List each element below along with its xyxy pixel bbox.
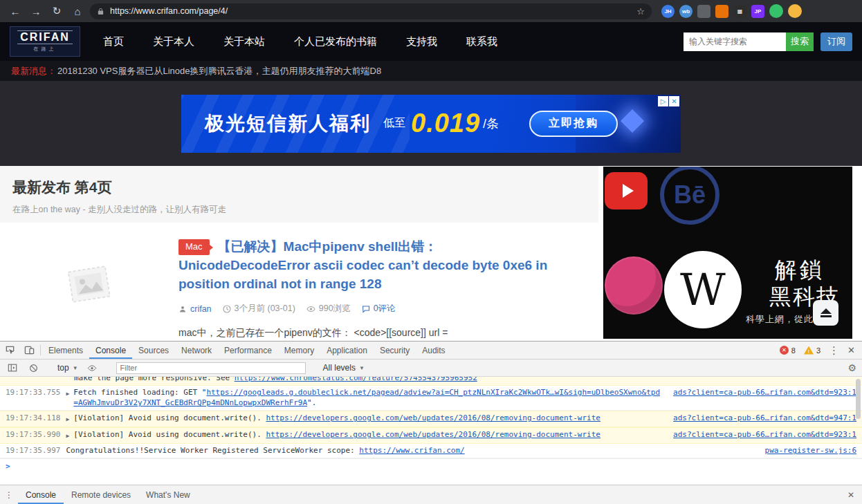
console-filter-input[interactable]: [116, 362, 306, 374]
forward-icon[interactable]: →: [28, 6, 44, 17]
news-ticker: 最新消息： 20181230 VPS服务器已从Linode换到腾讯云香港，主题仍…: [0, 61, 862, 81]
drawer-tab-whats-new[interactable]: What's New: [138, 485, 198, 504]
devtools-close-icon[interactable]: ✕: [847, 345, 855, 355]
site-header: CRIFAN 在路上 首页 关于本人 关于本站 个人已发布的书籍 支持我 联系我…: [0, 22, 862, 61]
console-messages[interactable]: make the page more responsive. See https…: [0, 377, 862, 485]
console-row-violation-2[interactable]: 19:17:35.990 ▶ [Violation] Avoid using d…: [0, 427, 862, 444]
warning-badge[interactable]: !3: [804, 346, 820, 355]
youtube-icon: [605, 172, 648, 209]
header-right: 搜索 订阅: [684, 32, 852, 51]
drawer-tab-remote-devices[interactable]: Remote devices: [64, 485, 138, 504]
extension-icon-orange[interactable]: [715, 5, 728, 18]
ad-close-icon[interactable]: ✕: [669, 96, 679, 106]
page-subtitle: 在路上on the way - 走别人没走过的路，让别人有路可走: [12, 204, 598, 216]
nav-item-home[interactable]: 首页: [89, 22, 138, 61]
category-badge[interactable]: Mac: [178, 239, 210, 255]
console-row-partial[interactable]: make the page more responsive. See https…: [0, 377, 862, 386]
content-left-column: 最新发布 第4页 在路上on the way - 走别人没走过的路，让别人有路可…: [0, 166, 598, 341]
extension-icon-gray[interactable]: [697, 5, 710, 18]
article-title-link[interactable]: 【已解决】Mac中pipenv shell出错：UnicodeDecodeErr…: [178, 239, 547, 291]
ad-cta-button[interactable]: 立即抢购: [529, 111, 618, 137]
extension-icon-green[interactable]: [769, 4, 783, 18]
nav-item-about-me[interactable]: 关于本人: [138, 22, 209, 61]
console-link[interactable]: https://developers.google.com/web/update…: [266, 430, 600, 439]
expand-arrow-icon[interactable]: ▶: [66, 413, 69, 424]
url-bar[interactable]: https://www.crifan.com/page/4/ ☆: [90, 3, 652, 19]
back-icon[interactable]: ←: [7, 6, 24, 17]
profile-avatar[interactable]: [788, 4, 802, 18]
extension-icon-jp[interactable]: JP: [751, 5, 764, 18]
search-button[interactable]: 搜索: [786, 32, 814, 51]
source-link[interactable]: pwa-register-sw.js:6: [765, 445, 856, 456]
article-body: Mac【已解决】Mac中pipenv shell出错：UnicodeDecode…: [178, 238, 576, 341]
ad-price-prefix: 低至: [383, 116, 405, 131]
site-logo-subtext: 在路上: [34, 46, 57, 53]
nav-item-about-site[interactable]: 关于本站: [209, 22, 279, 61]
nav-item-support[interactable]: 支持我: [392, 22, 452, 61]
tab-audits[interactable]: Audits: [416, 342, 451, 359]
drawer-menu-icon[interactable]: ⋮: [0, 485, 18, 504]
console-row-violation-1[interactable]: 19:17:34.118 ▶ [Violation] Avoid using d…: [0, 411, 862, 427]
extension-icon-wb[interactable]: wb: [679, 5, 693, 18]
extension-icon-qr[interactable]: ▦: [733, 5, 746, 18]
devtools-menu-icon[interactable]: ⋮: [829, 344, 839, 357]
clear-console-icon[interactable]: [26, 364, 40, 373]
console-sidebar-icon[interactable]: [6, 363, 19, 373]
frame-context-select[interactable]: top▼: [57, 363, 78, 373]
console-link[interactable]: https://www.crifan.com/: [359, 446, 464, 455]
source-link[interactable]: ads?client=ca-pub-66…rifan.com&dtd=947:1: [673, 413, 856, 423]
news-text[interactable]: 20181230 VPS服务器已从Linode换到腾讯云香港，主题仍用朋友推荐的…: [57, 65, 381, 77]
console-message-text: Fetch finished loading: GET ": [73, 388, 206, 397]
tab-security[interactable]: Security: [374, 342, 416, 359]
device-toolbar-icon[interactable]: [19, 342, 39, 359]
source-link[interactable]: ads?client=ca-pub-66…rifan.com&dtd=923:1: [673, 429, 856, 440]
live-expression-eye-icon[interactable]: [85, 364, 99, 373]
bookmark-star-icon[interactable]: ☆: [636, 6, 645, 17]
tab-elements[interactable]: Elements: [42, 342, 89, 359]
drawer-tab-console[interactable]: Console: [18, 485, 64, 504]
tab-console[interactable]: Console: [89, 342, 132, 359]
source-link[interactable]: ads?client=ca-pub-66…rifan.com&dtd=923:1: [673, 387, 856, 398]
ad-title: 极光短信新人福利: [205, 111, 371, 137]
tab-application[interactable]: Application: [320, 342, 374, 359]
author-link[interactable]: crifan: [190, 304, 212, 314]
comments-item: 0评论: [362, 303, 396, 315]
error-badge[interactable]: ✕8: [780, 346, 796, 355]
promo-image[interactable]: Bē W 解鎖 黑科技 科學上網，從此: [603, 167, 852, 339]
tab-performance[interactable]: Performance: [218, 342, 278, 359]
adchoices-icon[interactable]: ▷: [658, 96, 668, 106]
ad-price: 0.019: [411, 109, 480, 138]
tab-memory[interactable]: Memory: [278, 342, 320, 359]
main-nav: 首页 关于本人 关于本站 个人已发布的书籍 支持我 联系我: [89, 22, 512, 61]
console-message-text: make the page more responsive. See: [74, 377, 235, 382]
url-text[interactable]: https://www.crifan.com/page/4/: [110, 6, 631, 16]
article-title: Mac【已解决】Mac中pipenv shell出错：UnicodeDecode…: [178, 238, 565, 293]
article-thumb-column: [0, 238, 178, 341]
site-logo[interactable]: CRIFAN 在路上: [10, 26, 80, 57]
devtools-panel: Elements Console Sources Network Perform…: [0, 341, 862, 504]
tab-sources[interactable]: Sources: [132, 342, 175, 359]
console-settings-gear-icon[interactable]: ⚙: [847, 362, 856, 373]
nav-item-contact[interactable]: 联系我: [452, 22, 512, 61]
tab-network[interactable]: Network: [175, 342, 218, 359]
error-icon: ✕: [780, 346, 789, 355]
drawer-close-icon[interactable]: ✕: [840, 485, 862, 504]
nav-item-books[interactable]: 个人已发布的书籍: [279, 22, 392, 61]
ad-banner[interactable]: 极光短信新人福利 低至 0.019 /条 立即抢购 ▷ ✕: [181, 95, 681, 153]
log-levels-select[interactable]: All levels▼: [323, 363, 365, 373]
inspect-element-icon[interactable]: [0, 342, 19, 359]
expand-arrow-icon[interactable]: ▶: [66, 429, 69, 441]
article-comments-link[interactable]: 0评论: [374, 303, 396, 315]
console-row-fetch[interactable]: 19:17:33.755 ▶ Fetch finished loading: G…: [0, 386, 862, 411]
reload-icon[interactable]: ↻: [48, 5, 65, 17]
console-link[interactable]: https://www.chromestatus.com/feature/574…: [235, 377, 477, 382]
search-input[interactable]: [684, 32, 786, 51]
console-scrollbar[interactable]: [856, 379, 861, 419]
console-row-serviceworker[interactable]: 19:17:35.997 Congratulations!!Service Wo…: [0, 444, 862, 458]
extension-icon-jh[interactable]: JH: [661, 5, 675, 18]
console-prompt[interactable]: >: [0, 458, 862, 474]
subscribe-button[interactable]: 订阅: [820, 32, 852, 51]
expand-arrow-icon[interactable]: ▶: [66, 387, 69, 399]
console-link[interactable]: https://developers.google.com/web/update…: [266, 413, 600, 422]
home-icon[interactable]: ⌂: [69, 6, 86, 17]
